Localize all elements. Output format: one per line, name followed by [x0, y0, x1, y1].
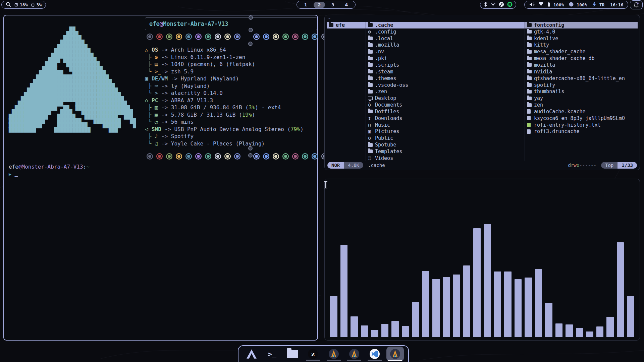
file-name: .themes [375, 75, 396, 81]
dock-item-vscode[interactable] [366, 347, 383, 361]
workspace-button-1[interactable]: 1 [300, 2, 311, 8]
keyboard-layout[interactable]: TR [599, 2, 605, 7]
brightness-icon[interactable] [569, 2, 574, 8]
file-row[interactable]: ↧Downloads [366, 115, 525, 122]
file-row[interactable]: .steam [366, 68, 525, 75]
perm-char: - [579, 163, 582, 168]
file-row[interactable]: fontconfig [525, 22, 638, 28]
file-row[interactable]: Desktop [366, 95, 525, 102]
file-row[interactable]: kitty [525, 42, 638, 49]
file-row[interactable]: .scripts [366, 62, 525, 68]
parent-directory-column: efe [327, 22, 366, 161]
file-row[interactable]: .nv [366, 48, 525, 55]
file-row[interactable]: qtshadercache-x86_64-little_en [525, 75, 638, 82]
dock-item-alacritty[interactable] [386, 347, 404, 361]
palette-color-dot [207, 35, 210, 38]
file-row[interactable]: .local [366, 35, 525, 42]
file-name: Documents [375, 102, 402, 108]
file-row[interactable]: audioCache.kcache [525, 108, 638, 115]
volume-icon[interactable] [529, 2, 535, 8]
shell-prompt[interactable]: efe@Monster-Abra-A7-V13:~ ▶ _ [9, 163, 90, 178]
tree-line: ├ [145, 104, 155, 111]
file-row[interactable]: yay [525, 95, 638, 102]
spotify-icon[interactable] [507, 2, 513, 8]
dock-item-file-manager-launcher[interactable] [284, 347, 301, 361]
file-name: qtshadercache-x86_64-little_en [534, 75, 625, 81]
file-row[interactable]: Spotube [366, 141, 525, 148]
file-name: mesa_shader_cache [534, 49, 586, 55]
file-row[interactable]: Templates [366, 148, 525, 155]
dock-item-terminal-launcher[interactable]: >_ [263, 347, 281, 361]
file-manager-window[interactable]: ~ efe .cache⚙.config.local.mozilla.nv.pk… [324, 15, 640, 170]
info-value: 56 mins [171, 119, 194, 125]
clock[interactable]: 16:16 [610, 2, 623, 7]
decor-node [248, 153, 253, 158]
file-row[interactable]: zen [525, 102, 638, 108]
wifi-tray-icon[interactable] [490, 2, 496, 7]
file-name: .vscode-oss [375, 82, 408, 88]
file-row[interactable]: efe [327, 22, 366, 28]
terminal-window[interactable]: ██ ████ ██████ ████████ ██████████ █████… [3, 15, 318, 341]
file-row[interactable]: .pki [366, 55, 525, 62]
spectrum-bar [525, 278, 532, 337]
file-row[interactable]: ♖Videos [366, 155, 525, 161]
steam-icon[interactable] [499, 2, 504, 8]
palette-color-dot [207, 155, 210, 158]
dock-item-alacritty[interactable] [345, 347, 363, 361]
file-row[interactable]: rofi3.druncache [525, 128, 638, 135]
file-row[interactable]: ∩Music [366, 122, 525, 128]
decor-node [249, 15, 253, 20]
file-row[interactable]: ksycoca6_en_8p3y_jaNllpUm9SLm0 [525, 115, 638, 122]
tree-line: ├ [145, 133, 155, 139]
palette-color-dot [255, 155, 258, 158]
file-row[interactable]: nvidia [525, 68, 638, 75]
file-row[interactable]: gtk-4.0 [525, 28, 638, 35]
mode-indicator: NOR [327, 162, 344, 169]
dock-item-zen-browser[interactable]: z [304, 347, 322, 361]
folder-icon [368, 23, 375, 27]
file-row[interactable]: .themes [366, 75, 525, 82]
palette-color-dot [187, 35, 190, 38]
file-row[interactable]: mesa_shader_cache [525, 48, 638, 55]
file-name: .nv [375, 49, 384, 55]
workspace-button-3[interactable]: 3 [327, 2, 338, 8]
file-row[interactable]: ▣Pictures [366, 128, 525, 135]
spectrum-bar [453, 275, 460, 337]
workspace-button-2[interactable]: 2 [314, 2, 325, 8]
file-row[interactable]: spotify [525, 82, 638, 88]
file-row[interactable]: .zen [366, 88, 525, 95]
dock-item-arch-launcher[interactable] [243, 347, 260, 361]
file-row[interactable]: kdenlive [525, 35, 638, 42]
spectrum-bar [606, 317, 614, 337]
palette-color-dot [187, 155, 190, 158]
audio-visualizer-window[interactable] [324, 179, 640, 341]
alacritty-icon [328, 349, 339, 359]
shell-icon: >_ [155, 68, 161, 75]
file-row[interactable]: thumbnails [525, 88, 638, 95]
workspace-button-4[interactable]: 4 [341, 2, 352, 8]
folder-icon [368, 57, 375, 60]
system-info-row: ├ ▤-> 1040 (pacman), 6 (flatpak) [145, 61, 317, 68]
file-row[interactable]: .mozilla [366, 42, 525, 49]
memory-value: 3% [36, 2, 42, 7]
file-name: fontconfig [534, 22, 564, 28]
search-icon[interactable] [6, 2, 11, 8]
file-row[interactable]: öPublic [366, 135, 525, 141]
file-row[interactable]: mesa_shader_cache_db [525, 55, 638, 62]
file-row[interactable]: .vscode-oss [366, 82, 525, 88]
bluetooth-icon[interactable] [484, 2, 487, 8]
file-row[interactable]: mozilla [525, 62, 638, 68]
file-row[interactable]: .cache [366, 22, 525, 28]
file-row[interactable]: rofi-entry-history.txt [525, 122, 638, 128]
perm-char: - [594, 163, 596, 168]
wifi-status-icon[interactable] [538, 2, 544, 7]
notification-center-button[interactable] [630, 0, 643, 9]
spectrum-bar [566, 324, 573, 337]
song-icon: ♫ [155, 140, 161, 147]
file-row[interactable]: Dotfiles [366, 108, 525, 115]
prompt-arrow: ▶ [9, 172, 11, 177]
palette-color-dot [294, 35, 297, 38]
file-row[interactable]: òDocuments [366, 102, 525, 108]
dock-item-alacritty[interactable] [325, 347, 342, 361]
file-row[interactable]: ⚙.config [366, 28, 525, 35]
